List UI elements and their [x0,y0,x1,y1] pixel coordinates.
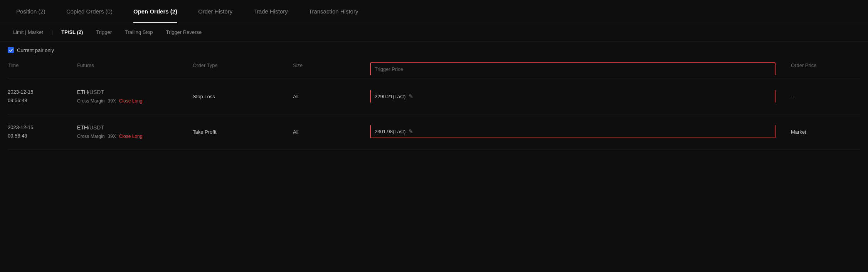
row2-futures: ETH/USDT Cross Margin 39X Close Long [77,123,193,141]
top-nav: Position (2) Copied Orders (0) Open Orde… [0,0,868,23]
row1-edit-icon[interactable]: ✎ [409,93,413,99]
row1-size: All [293,94,370,99]
row1-futures-details: Cross Margin 39X Close Long [77,97,193,106]
row2-futures-name: ETH/USDT [77,123,193,133]
table-row: 2023-12-15 09:56:48 ETH/USDT Cross Margi… [8,79,860,114]
filter-row: Current pair only [0,42,868,59]
row1-order-price: -- [775,94,860,99]
current-pair-checkbox[interactable]: Current pair only [8,47,54,53]
table-row: 2023-12-15 09:56:48 ETH/USDT Cross Margi… [8,114,860,150]
subtab-trigger[interactable]: Trigger [91,28,117,37]
tab-transaction-history[interactable]: Transaction History [300,0,367,23]
row2-time: 2023-12-15 09:56:48 [8,123,77,140]
subtab-trailing-stop[interactable]: Trailing Stop [119,28,158,37]
subtab-trigger-reverse[interactable]: Trigger Reverse [160,28,207,37]
table-header: Time Futures Order Type Size Trigger Pri… [8,59,860,79]
row1-futures: ETH/USDT Cross Margin 39X Close Long [77,87,193,106]
checkbox-icon [8,47,14,53]
row2-order-type: Take Profit [193,129,293,135]
subtab-tpsl[interactable]: TP/SL (2) [56,28,88,37]
row1-order-type: Stop Loss [193,94,293,99]
tab-open-orders[interactable]: Open Orders (2) [125,0,186,23]
row1-trigger-price: 2290.21(Last) ✎ [370,90,775,102]
divider: | [51,29,54,35]
col-header-order-type: Order Type [193,62,293,75]
col-header-order-price: Order Price [775,62,860,75]
row2-futures-details: Cross Margin 39X Close Long [77,133,193,141]
tab-trade-history[interactable]: Trade History [245,0,296,23]
subtab-limit-market[interactable]: Limit | Market [8,28,49,37]
row1-time: 2023-12-15 09:56:48 [8,88,77,105]
col-header-size: Size [293,62,370,75]
row2-size: All [293,129,370,135]
col-header-futures: Futures [77,62,193,75]
row2-order-price: Market [775,129,860,135]
tab-position[interactable]: Position (2) [8,0,54,23]
tab-order-history[interactable]: Order History [190,0,241,23]
tab-copied-orders[interactable]: Copied Orders (0) [58,0,121,23]
checkbox-label: Current pair only [17,47,54,53]
row1-futures-name: ETH/USDT [77,87,193,97]
row2-edit-icon[interactable]: ✎ [409,128,413,134]
col-header-trigger-price: Trigger Price [370,62,775,75]
row2-trigger-price: 2301.98(Last) ✎ [370,125,775,138]
table-container: Time Futures Order Type Size Trigger Pri… [0,59,868,150]
sub-nav: Limit | Market | TP/SL (2) Trigger Trail… [0,23,868,42]
col-header-time: Time [8,62,77,75]
